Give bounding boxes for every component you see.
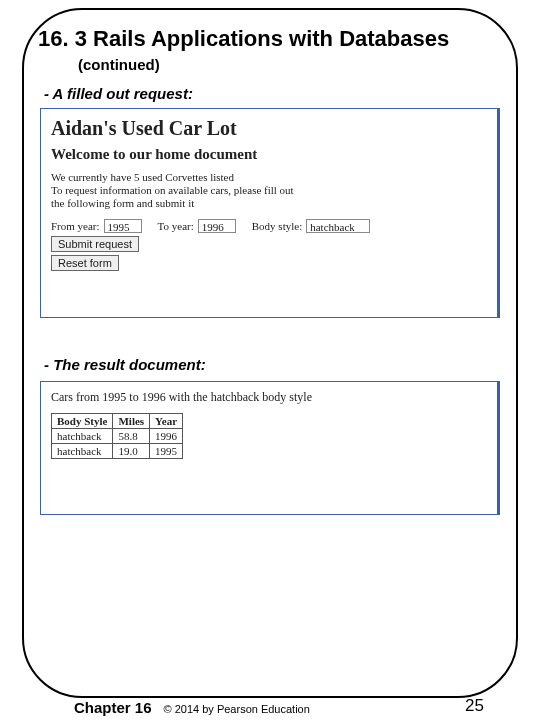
body-style-input[interactable]: hatchback (306, 219, 370, 233)
from-year-label: From year: (51, 220, 100, 232)
intro-line-3: the following form and submit it (51, 197, 489, 209)
bullet-request: - A filled out request: (44, 85, 502, 102)
slide-frame: 16. 3 Rails Applications with Databases … (22, 8, 518, 698)
cell-body-style: hatchback (52, 444, 113, 459)
cell-year: 1995 (150, 444, 183, 459)
to-year-label: To year: (158, 220, 194, 232)
result-summary: Cars from 1995 to 1996 with the hatchbac… (51, 390, 489, 405)
slide-title: 16. 3 Rails Applications with Databases (38, 26, 502, 52)
reset-button[interactable]: Reset form (51, 255, 119, 271)
screenshot-request-form: Aidan's Used Car Lot Welcome to our home… (40, 108, 500, 318)
intro-line-2: To request information on available cars… (51, 184, 489, 196)
page-number: 25 (465, 696, 484, 716)
body-style-label: Body style: (252, 220, 302, 232)
cell-miles: 19.0 (113, 444, 150, 459)
result-table: Body Style Miles Year hatchback 58.8 199… (51, 413, 183, 459)
col-body-style: Body Style (52, 414, 113, 429)
slide-continued: (continued) (78, 56, 502, 73)
cell-year: 1996 (150, 429, 183, 444)
intro-line-1: We currently have 5 used Corvettes liste… (51, 171, 489, 183)
copyright-text: © 2014 by Pearson Education (164, 703, 310, 715)
to-year-input[interactable]: 1996 (198, 219, 236, 233)
table-header-row: Body Style Miles Year (52, 414, 183, 429)
cell-miles: 58.8 (113, 429, 150, 444)
slide-footer: Chapter 16 © 2014 by Pearson Education (74, 699, 310, 716)
col-miles: Miles (113, 414, 150, 429)
table-row: hatchback 19.0 1995 (52, 444, 183, 459)
cell-body-style: hatchback (52, 429, 113, 444)
bullet-result: - The result document: (44, 356, 502, 373)
submit-button[interactable]: Submit request (51, 236, 139, 252)
table-row: hatchback 58.8 1996 (52, 429, 183, 444)
chapter-label: Chapter 16 (74, 699, 152, 716)
col-year: Year (150, 414, 183, 429)
form-row: From year: 1995 To year: 1996 Body style… (51, 219, 489, 233)
welcome-heading: Welcome to our home document (51, 146, 489, 163)
lot-title: Aidan's Used Car Lot (51, 117, 489, 140)
screenshot-result-document: Cars from 1995 to 1996 with the hatchbac… (40, 381, 500, 515)
from-year-input[interactable]: 1995 (104, 219, 142, 233)
